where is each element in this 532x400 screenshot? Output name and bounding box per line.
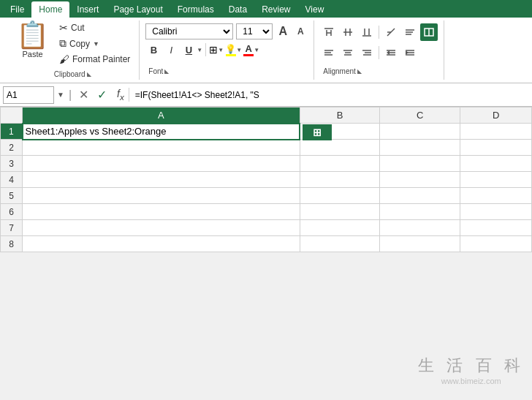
- cell-c7[interactable]: [380, 220, 460, 236]
- font-name-select[interactable]: Calibri: [145, 23, 233, 39]
- cell-c5[interactable]: [380, 188, 460, 204]
- row-num-4: 4: [1, 172, 23, 188]
- tab-insert[interactable]: Insert: [69, 1, 106, 18]
- name-box-dropdown[interactable]: ▼: [57, 91, 64, 99]
- cell-a1[interactable]: Sheet1:Apples vs Sheet2:Orange ⊞: [23, 124, 300, 140]
- decrease-indent-button[interactable]: [382, 44, 400, 61]
- text-orientation-button[interactable]: [382, 23, 400, 41]
- cell-a3[interactable]: [23, 156, 300, 172]
- cell-c4[interactable]: [380, 172, 460, 188]
- fill-handle-popup[interactable]: ⊞: [303, 124, 332, 140]
- col-header-c[interactable]: C: [380, 107, 460, 124]
- cut-button[interactable]: ✂ Cut: [56, 20, 133, 35]
- table-row: 1 Sheet1:Apples vs Sheet2:Orange ⊞: [1, 124, 532, 140]
- cell-b6[interactable]: [300, 204, 380, 220]
- highlight-icon: 💡: [225, 44, 236, 56]
- align-top-button[interactable]: [320, 23, 338, 41]
- copy-icon: ⧉: [59, 37, 66, 50]
- row-num-8: 8: [1, 236, 23, 252]
- tab-page-layout[interactable]: Page Layout: [106, 1, 170, 18]
- align-middle-button[interactable]: [339, 23, 357, 41]
- row-num-2: 2: [1, 140, 23, 156]
- formula-cancel-button[interactable]: ✕: [76, 88, 91, 102]
- cell-b5[interactable]: [300, 188, 380, 204]
- cell-a8[interactable]: [23, 236, 300, 252]
- cell-d8[interactable]: [460, 236, 532, 252]
- row-num-7: 7: [1, 220, 23, 236]
- cell-c6[interactable]: [380, 204, 460, 220]
- merge-icon: [423, 26, 435, 38]
- underline-button[interactable]: U: [180, 42, 197, 58]
- alignment-expand-icon[interactable]: ◣: [357, 68, 362, 75]
- cell-a7[interactable]: [23, 220, 300, 236]
- borders-button[interactable]: ⊞ ▼: [209, 44, 224, 56]
- clipboard-expand-icon[interactable]: ◣: [87, 71, 91, 78]
- cell-a4[interactable]: [23, 172, 300, 188]
- cell-b2[interactable]: [300, 140, 380, 156]
- clipboard-group: 📋 Paste ✂ Cut ⧉ Copy ▼ 🖌 Format Painter: [6, 20, 140, 80]
- highlight-dropdown[interactable]: ▼: [236, 47, 242, 53]
- align-right-button[interactable]: [358, 44, 376, 61]
- alignment-group-label: Alignment ◣: [320, 66, 438, 77]
- tab-data[interactable]: Data: [221, 1, 254, 18]
- cell-d6[interactable]: [460, 204, 532, 220]
- alignment-group: Alignment ◣: [314, 20, 444, 80]
- font-expand-icon[interactable]: ◣: [164, 68, 169, 75]
- font-color-dropdown[interactable]: ▼: [254, 47, 259, 53]
- col-header-a[interactable]: A: [23, 107, 300, 124]
- cell-a6[interactable]: [23, 204, 300, 220]
- tab-view[interactable]: View: [298, 1, 332, 18]
- formula-confirm-button[interactable]: ✓: [94, 88, 110, 102]
- align-left-button[interactable]: [320, 44, 338, 61]
- tab-home[interactable]: Home: [31, 1, 69, 18]
- name-box[interactable]: [3, 86, 54, 104]
- col-header-b[interactable]: B: [300, 107, 380, 124]
- format-painter-button[interactable]: 🖌 Format Painter: [56, 52, 133, 67]
- align-bottom-button[interactable]: [358, 23, 376, 41]
- cell-b7[interactable]: [300, 220, 380, 236]
- underline-dropdown[interactable]: ▼: [197, 47, 202, 53]
- merge-cells-button[interactable]: [420, 23, 438, 41]
- font-size-select[interactable]: 11: [236, 23, 273, 39]
- copy-button[interactable]: ⧉ Copy ▼: [56, 36, 133, 51]
- paste-button[interactable]: 📋 Paste: [12, 20, 53, 60]
- cell-d5[interactable]: [460, 188, 532, 204]
- increase-indent-button[interactable]: [401, 44, 419, 61]
- tab-review[interactable]: Review: [254, 1, 297, 18]
- decrease-indent-icon: [385, 47, 397, 59]
- borders-icon: ⊞: [209, 44, 218, 56]
- font-color-button[interactable]: A ▼: [243, 43, 259, 56]
- italic-button[interactable]: I: [163, 42, 179, 58]
- cell-d2[interactable]: [460, 140, 532, 156]
- cell-b4[interactable]: [300, 172, 380, 188]
- formula-input[interactable]: [132, 86, 529, 104]
- cell-c3[interactable]: [380, 156, 460, 172]
- cell-a5[interactable]: [23, 188, 300, 204]
- increase-font-size-button[interactable]: A: [276, 24, 290, 39]
- tab-file[interactable]: File: [3, 1, 31, 18]
- col-header-d[interactable]: D: [460, 107, 532, 124]
- fill-handle-icon: ⊞: [313, 127, 322, 138]
- font-group: Calibri 11 A A B I U ▼ ⊞ ▼ 💡: [140, 20, 314, 80]
- cell-a2[interactable]: [23, 140, 300, 156]
- align-center-button[interactable]: [339, 44, 357, 61]
- cell-d1[interactable]: [460, 124, 532, 140]
- cell-d7[interactable]: [460, 220, 532, 236]
- cell-c2[interactable]: [380, 140, 460, 156]
- copy-dropdown-arrow[interactable]: ▼: [93, 40, 99, 48]
- cell-b3[interactable]: [300, 156, 380, 172]
- highlight-button[interactable]: 💡 ▼: [225, 44, 242, 56]
- borders-dropdown[interactable]: ▼: [218, 47, 224, 53]
- align-center-icon: [342, 47, 354, 59]
- cell-c1[interactable]: [380, 124, 460, 140]
- wrap-text-button[interactable]: [401, 23, 419, 41]
- highlight-color-bar: [226, 54, 236, 56]
- tab-formulas[interactable]: Formulas: [170, 1, 221, 18]
- cell-d3[interactable]: [460, 156, 532, 172]
- bold-button[interactable]: B: [145, 42, 162, 58]
- align-separator1: [379, 26, 379, 39]
- cell-b8[interactable]: [300, 236, 380, 252]
- decrease-font-size-button[interactable]: A: [293, 24, 308, 39]
- cell-c8[interactable]: [380, 236, 460, 252]
- cell-d4[interactable]: [460, 172, 532, 188]
